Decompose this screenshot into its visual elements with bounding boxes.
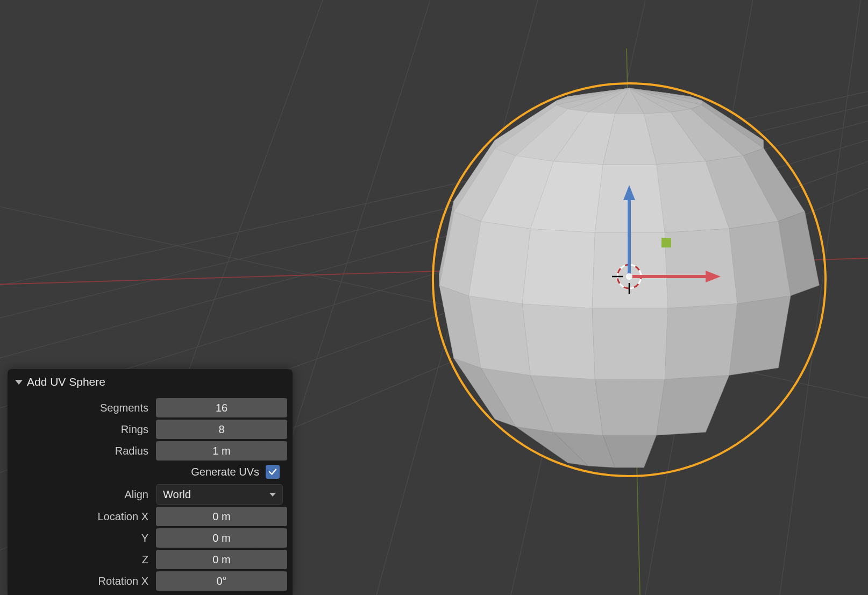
radius-label: Radius <box>13 445 156 457</box>
svg-marker-74 <box>522 229 595 308</box>
align-dropdown[interactable]: World <box>156 484 283 505</box>
operator-panel-header[interactable]: Add UV Sphere <box>13 369 287 398</box>
disclosure-triangle-icon <box>15 380 23 385</box>
radius-input[interactable]: 1 m <box>156 441 287 461</box>
generate-uvs-checkbox[interactable] <box>266 465 280 479</box>
svg-line-12 <box>780 0 860 595</box>
location-y-label: Y <box>13 532 156 544</box>
location-y-input[interactable]: 0 m <box>156 528 287 548</box>
svg-marker-75 <box>592 308 667 379</box>
gizmo-center[interactable] <box>626 273 632 280</box>
location-z-input[interactable]: 0 m <box>156 550 287 569</box>
operator-panel: Add UV Sphere Segments 16 Rings 8 Radius… <box>8 369 293 595</box>
rotation-x-input[interactable]: 0° <box>156 571 287 591</box>
location-x-label: Location X <box>13 511 156 523</box>
svg-marker-71 <box>522 304 595 379</box>
location-x-input[interactable]: 0 m <box>156 507 287 526</box>
segments-label: Segments <box>13 402 156 414</box>
rings-input[interactable]: 8 <box>156 420 287 439</box>
gizmo-handle-y[interactable] <box>661 238 671 247</box>
svg-marker-73 <box>665 229 737 308</box>
generate-uvs-label: Generate UVs <box>191 466 259 478</box>
rotation-x-label: Rotation X <box>13 575 156 587</box>
chevron-down-icon <box>269 493 276 497</box>
align-value: World <box>163 485 191 504</box>
operator-panel-title: Add UV Sphere <box>27 376 105 388</box>
svg-marker-70 <box>665 304 737 379</box>
align-label: Align <box>13 488 156 501</box>
svg-marker-58 <box>729 296 791 376</box>
svg-marker-67 <box>595 379 665 435</box>
location-z-label: Z <box>13 554 156 566</box>
segments-input[interactable]: 16 <box>156 398 287 417</box>
svg-marker-63 <box>657 375 729 435</box>
rings-label: Rings <box>13 423 156 436</box>
